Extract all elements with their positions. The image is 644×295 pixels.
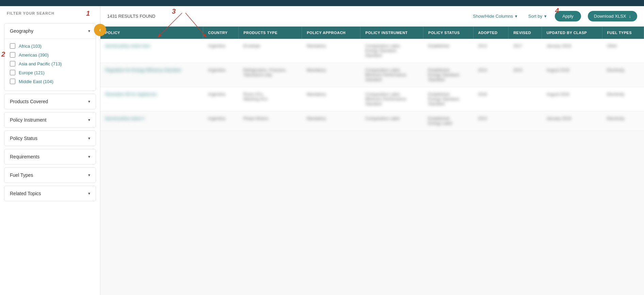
requirements-chevron-icon: ▾: [88, 154, 90, 159]
policy-status-chevron-icon: ▾: [88, 136, 90, 141]
table-row: blurred policy name here Argentina Envel…: [100, 39, 644, 63]
cell-country: Argentina: [203, 63, 239, 87]
cell-updated-by-clasp: August 2018: [542, 87, 602, 111]
cell-country: Argentina: [203, 39, 239, 63]
asia-checkbox[interactable]: [10, 61, 15, 66]
products-covered-header[interactable]: Products Covered ▾: [4, 94, 96, 109]
africa-checkbox[interactable]: [10, 43, 15, 49]
requirements-label: Requirements: [10, 154, 39, 159]
table-row: Regulation for Energy Efficiency Standar…: [100, 63, 644, 87]
cell-fuel-types: Electricity: [602, 111, 644, 131]
collapse-icon: ‹: [99, 27, 101, 33]
col-policy: POLICY: [100, 27, 203, 39]
main-content: 1431 RESULTS FOUND 3 Show/Hide Columns: [100, 6, 644, 295]
col-fuel-types: FUEL TYPES: [602, 27, 644, 39]
download-xlsx-label: Download XLSX: [594, 14, 626, 19]
americas-checkbox[interactable]: [10, 52, 15, 58]
cell-policy-instrument: Comparative Label,Minimum PerformanceSta…: [360, 87, 423, 111]
download-xlsx-button[interactable]: Download XLSX ↓: [588, 11, 637, 21]
europe-checkbox[interactable]: [10, 70, 15, 75]
collapse-sidebar-button[interactable]: ‹: [94, 24, 106, 36]
africa-label: Africa (103): [19, 44, 42, 49]
show-hide-columns-button[interactable]: Show/Hide Columns ▾: [470, 12, 520, 20]
cell-updated-by-clasp: January 2018: [542, 39, 602, 63]
cell-policy-instrument: Comparative Label: [360, 111, 423, 131]
filter-section-geography: Geography ▾ Africa (103) Americas (390) …: [4, 23, 96, 91]
checkbox-asia[interactable]: Asia and Pacific (713): [10, 59, 90, 68]
requirements-header[interactable]: Requirements ▾: [4, 149, 96, 164]
cell-adopted: 2013: [473, 111, 509, 131]
sidebar: FILTER YOUR SEARCH ‹ 1 2 Geography ▾ Afr…: [0, 6, 100, 295]
cell-revised: 2017: [509, 39, 542, 63]
filter-section-policy-instrument: Policy Instrument ▾: [4, 112, 96, 128]
filter-section-policy-status: Policy Status ▾: [4, 130, 96, 146]
europe-label: Europe (121): [19, 70, 45, 75]
col-revised: REVISED: [509, 27, 542, 39]
cell-policy-status: Established: [423, 39, 473, 63]
geography-label: Geography: [10, 28, 33, 34]
geography-section-header[interactable]: Geography ▾: [4, 24, 96, 38]
cell-policy: blurred policy name 4: [100, 111, 203, 131]
results-count: 1431 RESULTS FOUND: [107, 14, 463, 19]
col-policy-approach: POLICY APPROACH: [302, 27, 360, 39]
cell-policy-status: Established,Energy Standard,Standard: [423, 63, 473, 87]
table-container: POLICY COUNTRY PRODUCTS TYPE POLICY APPR…: [100, 27, 644, 295]
cell-updated-by-clasp: January 2018: [542, 111, 602, 131]
policy-instrument-chevron-icon: ▾: [88, 118, 90, 122]
cell-adopted: 2013: [473, 39, 509, 63]
download-icon: ↓: [629, 14, 631, 19]
filter-section-related-topics: Related Topics ▾: [4, 186, 96, 201]
cell-products-type: Phase Motors: [239, 111, 302, 131]
checkbox-middleeast[interactable]: Middle East (104): [10, 77, 90, 86]
cell-updated-by-clasp: August 2018: [542, 63, 602, 87]
americas-label: Americas (390): [19, 52, 49, 58]
cell-policy: Resolution 80 for Appliances: [100, 87, 203, 111]
filter-section-requirements: Requirements ▾: [4, 149, 96, 165]
cell-country: Argentina: [203, 111, 239, 131]
policy-instrument-label: Policy Instrument: [10, 117, 46, 123]
cell-policy: Regulation for Energy Efficiency Standar…: [100, 63, 203, 87]
cell-revised: [509, 87, 542, 111]
col-adopted: ADOPTED: [473, 27, 509, 39]
checkbox-africa[interactable]: Africa (103): [10, 42, 90, 50]
show-hide-columns-label: Show/Hide Columns: [473, 14, 513, 19]
checkbox-europe[interactable]: Europe (121): [10, 68, 90, 77]
cell-fuel-types: Electricity: [602, 63, 644, 87]
cell-policy-instrument: Comparative Label,Energy Standard,Standa…: [360, 39, 423, 63]
geography-options: Africa (103) Americas (390) Asia and Pac…: [4, 38, 96, 91]
fuel-types-chevron-icon: ▾: [88, 173, 90, 177]
fuel-types-label: Fuel Types: [10, 172, 33, 178]
data-table: POLICY COUNTRY PRODUCTS TYPE POLICY APPR…: [100, 27, 644, 131]
products-covered-chevron-icon: ▾: [88, 99, 90, 104]
col-policy-status: POLICY STATUS: [423, 27, 473, 39]
cell-policy-approach: Mandatory: [302, 39, 360, 63]
middleeast-label: Middle East (104): [19, 79, 53, 84]
cell-products-type: Room ACs,Washing ACs: [239, 87, 302, 111]
policy-status-header[interactable]: Policy Status ▾: [4, 131, 96, 146]
cell-fuel-types: Electricity: [602, 87, 644, 111]
policy-status-label: Policy Status: [10, 136, 37, 141]
results-toolbar: 1431 RESULTS FOUND 3 Show/Hide Columns: [100, 6, 644, 27]
fuel-types-header[interactable]: Fuel Types ▾: [4, 168, 96, 183]
checkbox-americas[interactable]: Americas (390): [10, 50, 90, 59]
cell-policy-approach: Mandatory: [302, 87, 360, 111]
table-row: Resolution 80 for Appliances Argentina R…: [100, 87, 644, 111]
products-covered-label: Products Covered: [10, 99, 48, 104]
cell-products-type: Refrigerators, Freezers,Televisions only: [239, 63, 302, 87]
cell-products-type: Envelope: [239, 39, 302, 63]
cell-revised: [509, 111, 542, 131]
cell-policy-status: Established,Energy Standard,Standard: [423, 87, 473, 111]
sort-by-button[interactable]: Sort by ▾: [526, 12, 549, 20]
sort-by-label: Sort by: [528, 14, 542, 19]
geography-chevron-icon: ▾: [88, 29, 90, 33]
cell-policy-approach: Mandatory: [302, 111, 360, 131]
col-updated-by-clasp: UPDATED BY CLASP: [542, 27, 602, 39]
related-topics-header[interactable]: Related Topics ▾: [4, 186, 96, 201]
filter-section-fuel-types: Fuel Types ▾: [4, 167, 96, 183]
apply-button[interactable]: Apply: [555, 11, 581, 21]
filter-header: FILTER YOUR SEARCH: [0, 11, 100, 20]
middleeast-checkbox[interactable]: [10, 79, 15, 84]
policy-instrument-header[interactable]: Policy Instrument ▾: [4, 112, 96, 127]
table-row: blurred policy name 4 Argentina Phase Mo…: [100, 111, 644, 131]
cell-fuel-types: Other: [602, 39, 644, 63]
